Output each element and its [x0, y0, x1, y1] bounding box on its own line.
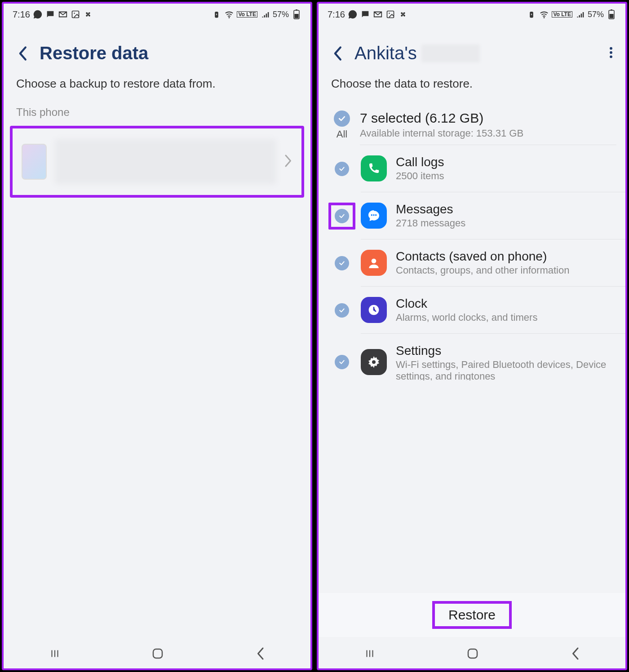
clock-icon	[361, 297, 387, 323]
header: Ankita's	[319, 25, 625, 71]
svg-point-3	[229, 17, 230, 18]
svg-point-15	[610, 47, 612, 49]
svg-point-18	[371, 214, 372, 216]
item-row-clock[interactable]: Clock Alarms, world clocks, and timers	[361, 287, 625, 334]
select-all-checkbox[interactable]	[334, 111, 350, 127]
page-title: Restore data	[40, 43, 148, 63]
item-subtitle: 2718 messages	[396, 217, 617, 229]
svg-point-9	[389, 13, 390, 14]
image-icon	[385, 9, 395, 19]
phone-thumbnail-icon	[22, 144, 47, 180]
svg-point-19	[373, 214, 374, 216]
svg-rect-5	[296, 9, 297, 10]
page-title: Ankita's	[354, 43, 480, 63]
restore-data-screen: 7:16 Vo LTE 57% Restore data Choose a ba…	[2, 2, 312, 670]
svg-point-11	[544, 17, 545, 18]
wifi-icon	[539, 9, 549, 19]
fan-icon	[83, 9, 93, 19]
item-title: Clock	[396, 296, 617, 311]
phone-icon	[361, 155, 387, 181]
item-subtitle: Contacts, groups, and other information	[396, 265, 617, 276]
backup-item-highlight	[10, 126, 304, 198]
battery-percent: 57%	[273, 10, 289, 19]
page-title-redacted	[421, 44, 480, 62]
nav-back-button[interactable]	[570, 647, 580, 660]
restore-items-list: Call logs 2500 items Messages 2718 messa…	[319, 145, 625, 390]
svg-point-1	[74, 13, 75, 14]
power-icon	[527, 9, 536, 19]
signal-icon	[260, 9, 270, 19]
page-title-prefix: Ankita's	[354, 43, 417, 63]
battery-icon	[292, 9, 301, 19]
item-row-calllogs[interactable]: Call logs 2500 items	[361, 145, 625, 192]
page-subtitle: Choose a backup to restore data from.	[4, 71, 310, 103]
status-bar: 7:16 Vo LTE 57%	[4, 4, 310, 25]
item-row-settings[interactable]: Settings Wi-Fi settings, Paired Bluetoot…	[361, 334, 625, 390]
restore-button[interactable]: Restore	[432, 601, 512, 629]
storage-available: Available internal storage: 153.31 GB	[360, 128, 613, 139]
chat-icon	[360, 9, 370, 19]
contacts-icon	[361, 250, 387, 276]
nav-back-button[interactable]	[255, 647, 265, 660]
messages-checkbox-highlight	[328, 203, 355, 230]
item-checkbox-settings[interactable]	[335, 355, 349, 369]
svg-rect-0	[72, 11, 79, 18]
item-subtitle: 2500 items	[396, 170, 617, 182]
home-button[interactable]	[151, 647, 164, 660]
svg-point-16	[610, 51, 612, 54]
image-icon	[71, 9, 80, 19]
gmail-icon	[373, 9, 383, 19]
whatsapp-icon	[348, 9, 358, 19]
chat-icon	[45, 9, 55, 19]
restore-bar: Restore	[319, 593, 625, 637]
svg-rect-13	[611, 9, 612, 10]
item-row-contacts[interactable]: Contacts (saved on phone) Contacts, grou…	[361, 239, 625, 287]
selection-summary: 7 selected (6.12 GB)	[360, 111, 613, 126]
svg-rect-6	[295, 14, 299, 18]
volte-icon: Vo LTE	[552, 11, 572, 18]
svg-rect-8	[387, 11, 394, 18]
item-title: Messages	[396, 202, 617, 217]
whatsapp-icon	[33, 9, 43, 19]
power-icon	[212, 9, 221, 19]
svg-rect-14	[610, 14, 614, 18]
section-label-this-phone: This phone	[4, 103, 310, 123]
battery-percent: 57%	[588, 10, 604, 19]
item-title: Call logs	[396, 155, 617, 169]
home-button[interactable]	[466, 647, 479, 660]
svg-rect-25	[468, 649, 477, 658]
item-checkbox-messages[interactable]	[335, 209, 349, 223]
page-subtitle: Choose the data to restore.	[319, 71, 625, 103]
svg-rect-7	[153, 649, 162, 658]
status-bar: 7:16 Vo LTE 57%	[319, 4, 625, 25]
svg-point-21	[372, 259, 377, 264]
backup-details-redacted	[55, 139, 276, 184]
item-checkbox-contacts[interactable]	[335, 256, 349, 270]
recents-button[interactable]	[49, 648, 61, 659]
backup-row[interactable]	[13, 128, 301, 195]
status-time: 7:16	[328, 9, 345, 20]
signal-icon	[575, 9, 585, 19]
select-all-row: All 7 selected (6.12 GB) Available inter…	[319, 103, 625, 140]
item-title: Settings	[396, 344, 617, 358]
messages-icon	[361, 203, 387, 229]
chevron-right-icon	[284, 154, 292, 169]
wifi-icon	[224, 9, 234, 19]
back-button[interactable]	[331, 47, 344, 60]
svg-point-24	[372, 360, 376, 364]
svg-point-17	[610, 55, 612, 58]
item-subtitle: Alarms, world clocks, and timers	[396, 312, 617, 323]
header: Restore data	[4, 25, 310, 71]
fan-icon	[398, 9, 408, 19]
recents-button[interactable]	[364, 648, 376, 659]
back-button[interactable]	[16, 47, 29, 60]
more-options-button[interactable]	[609, 46, 613, 61]
item-checkbox-clock[interactable]	[335, 303, 349, 318]
gear-icon	[361, 349, 387, 375]
item-checkbox-calllogs[interactable]	[335, 162, 349, 176]
nav-bar	[4, 639, 310, 668]
status-time: 7:16	[13, 9, 30, 20]
svg-point-20	[375, 214, 377, 216]
item-row-messages[interactable]: Messages 2718 messages	[361, 192, 625, 239]
battery-icon	[607, 9, 616, 19]
